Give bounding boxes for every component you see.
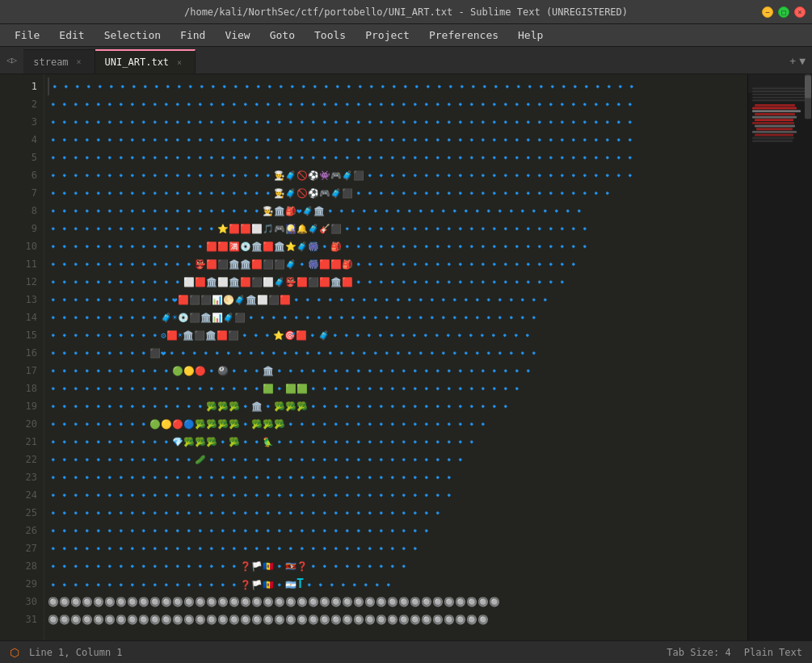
editor-line-28: 🔹🔹🔹🔹🔹🔹🔹🔹🔹🔹🔹🔹🔹🔹🔹🔹🔹❓🏳️🇲🇩🔹🇸🇿❓🔹🔹🔹🔹🔹🔹🔹🔹🔹 (48, 557, 747, 575)
svg-rect-13 (752, 122, 794, 124)
minimize-button[interactable]: − (762, 6, 773, 18)
line-num-3: 3 (0, 113, 37, 131)
line-num-6: 6 (0, 166, 37, 184)
editor-line-23: 🔹🔹🔹🔹🔹🔹🔹🔹🔹🔹🔹🔹🔹🔹🔹🔹🔹🔹🔹🔹🔹🔹🔹🔹🔹🔹🔹🔹🔹🔹🔹🔹🔹🔹🔹🔹 (48, 468, 747, 486)
svg-rect-1 (748, 74, 812, 93)
line-num-10: 10 (0, 237, 37, 255)
tab-uni-art[interactable]: UNI_ART.txt × (95, 49, 196, 73)
editor-area: 1 2 3 4 5 6 7 8 9 10 11 12 13 14 15 16 1… (0, 74, 812, 640)
minimap-content (748, 74, 812, 640)
svg-rect-10 (755, 113, 795, 115)
menu-find[interactable]: Find (172, 27, 213, 43)
sidebar-toggle[interactable]: ◁▷ (0, 46, 23, 73)
close-button[interactable]: × (794, 6, 806, 18)
line-num-31: 31 (0, 611, 37, 628)
editor-line-27: 🔹🔹🔹🔹🔹🔹🔹🔹🔹🔹🔹🔹🔹🔹🔹🔹🔹🔹🔹🔹🔹🔹🔹🔹🔹🔹🔹🔹🔹🔹🔹🔹🔹 (48, 539, 747, 557)
editor-line-7: 🔹🔹🔹🔹🔹🔹🔹🔹🔹🔹🔹🔹🔹🔹🔹🔹🔹🔹🔹🔹👨‍🍳🧳🚫⚽🎮🧳⬛🔹🔹🔹🔹🔹🔹🔹🔹🔹🔹🔹… (48, 184, 747, 202)
menu-file[interactable]: File (6, 27, 48, 43)
line-num-21: 21 (0, 433, 37, 451)
editor-line-31: 🔘🔘🔘🔘🔘🔘🔘🔘🔘🔘🔘🔘🔘🔘🔘🔘🔘🔘🔘🔘🔘🔘🔘🔘🔘🔘🔘🔘🔘🔘🔘🔘🔘🔘🔘🔘🔘🔘🔘 (48, 611, 747, 628)
tab-stream-label: stream (33, 57, 68, 68)
menu-help[interactable]: Help (510, 27, 551, 43)
tab-stream-close[interactable]: × (74, 57, 85, 68)
editor-line-4: 🔹🔹🔹🔹🔹🔹🔹🔹🔹🔹🔹🔹🔹🔹🔹🔹🔹🔹🔹🔹🔹🔹🔹🔹🔹🔹🔹🔹🔹🔹🔹🔹🔹🔹🔹🔹🔹🔹🔹🔹… (48, 131, 747, 149)
svg-rect-4 (752, 94, 809, 95)
minimap-svg (748, 74, 812, 640)
svg-rect-7 (755, 104, 795, 107)
svg-rect-11 (752, 116, 797, 119)
title-bar: /home/kali/NorthSec/ctf/portobello/UNI_A… (0, 0, 812, 24)
status-left: ⬡ Line 1, Column 1 (10, 646, 123, 659)
editor-line-12: 🔹🔹🔹🔹🔹🔹🔹🔹🔹🔹🔹🔹⬜🟥🏛️⬜🏛️🟥⬛⬜🧳👺🟥⬛🟥🏛️🟥🔹🔹🔹🔹🔹🔹🔹🔹🔹🔹… (48, 273, 747, 291)
menu-goto[interactable]: Goto (262, 27, 303, 43)
line-num-18: 18 (0, 380, 37, 397)
line-num-30: 30 (0, 593, 37, 611)
line-num-22: 22 (0, 451, 37, 468)
editor-line-16: 🔹🔹🔹🔹🔹🔹🔹🔹🔹⬛❤️🔹🔹🔹🔹🔹🔹🔹🔹🔹🔹🔹🔹🔹🔹🔹🔹🔹🔹🔹🔹🔹🔹🔹🔹🔹🔹🔹🔹… (48, 344, 747, 362)
editor-line-15: 🔹🔹🔹🔹🔹🔹🔹🔹🔹🔹⚙️🟥☀️🏛️⬛🏛️🟥⬛🔹🔹🔹⭐🎯🟥🔹🧳🔹🔹🔹🔹🔹🔹🔹🔹🔹🔹… (48, 326, 747, 344)
editor-line-6: 🔹🔹🔹🔹🔹🔹🔹🔹🔹🔹🔹🔹🔹🔹🔹🔹🔹🔹🔹🔹👨‍🍳🧳🚫⚽👾🎮🧳⬛🔹🔹🔹🔹🔹🔹🔹🔹🔹🔹… (48, 166, 747, 184)
file-type[interactable]: Plain Text (744, 647, 802, 658)
minimap[interactable] (747, 74, 812, 640)
line-num-25: 25 (0, 504, 37, 522)
menu-project[interactable]: Project (357, 27, 418, 43)
line-num-9: 9 (0, 220, 37, 237)
menu-tools[interactable]: Tools (306, 27, 354, 43)
line-num-2: 2 (0, 95, 37, 113)
new-tab-icon[interactable]: + (789, 55, 796, 67)
svg-rect-5 (752, 97, 809, 99)
svg-rect-2 (752, 88, 809, 90)
svg-rect-16 (752, 131, 797, 133)
status-right: Tab Size: 4 Plain Text (667, 647, 802, 658)
svg-rect-12 (755, 119, 793, 121)
menu-preferences[interactable]: Preferences (421, 27, 507, 43)
tab-uni-art-close[interactable]: × (174, 57, 185, 68)
editor-content[interactable]: 🔹🔹🔹🔹🔹🔹🔹🔹🔹🔹🔹🔹🔹🔹🔹🔹🔹🔹🔹🔹🔹🔹🔹🔹🔹🔹🔹🔹🔹🔹🔹🔹🔹🔹🔹🔹🔹🔹🔹🔹… (44, 74, 747, 640)
sublime-logo: ⬡ (10, 646, 19, 659)
line-num-1: 1 (0, 78, 37, 95)
tab-dropdown-icon[interactable]: ▼ (799, 55, 806, 67)
svg-rect-17 (755, 134, 793, 136)
editor-line-11: 🔹🔹🔹🔹🔹🔹🔹🔹🔹🔹🔹🔹🔹👺🟥⬛🏛️🏛️🟥⬛⬛🧳🔹🎆🟥🟥🎒🔹🔹🔹🔹🔹🔹🔹🔹🔹🔹🔹… (48, 255, 747, 273)
editor-line-25: 🔹🔹🔹🔹🔹🔹🔹🔹🔹🔹🔹🔹🔹🔹🔹🔹🔹🔹🔹🔹🔹🔹🔹🔹🔹🔹🔹🔹🔹🔹🔹🔹🔹🔹🔹 (48, 504, 747, 522)
menu-selection[interactable]: Selection (96, 27, 169, 43)
line-num-29: 29 (0, 575, 37, 593)
line-num-15: 15 (0, 326, 37, 344)
line-num-20: 20 (0, 415, 37, 433)
svg-rect-15 (756, 128, 793, 130)
line-num-16: 16 (0, 344, 37, 362)
line-num-24: 24 (0, 486, 37, 504)
editor-line-18: 🔹🔹🔹🔹🔹🔹🔹🔹🔹🔹🔹🔹🔹🔹🔹🔹🔹🔹🔹🟩🔹🟩🟩🔹🔹🔹🔹🔹🔹🔹🔹🔹🔹🔹🔹🔹🔹🔹🔹🔹… (48, 380, 747, 397)
editor-line-20: 🔹🔹🔹🔹🔹🔹🔹🔹🔹🟢🟡🔴🔵🥦🥦🥦🥦🔹🥦🥦🥦🔹🔹🔹🔹🔹🔹🔹🔹🔹🔹🔹🔹🔹🔹🔹🔹🔹🔹 (48, 415, 747, 433)
line-num-11: 11 (0, 255, 37, 273)
editor-line-5: 🔹🔹🔹🔹🔹🔹🔹🔹🔹🔹🔹🔹🔹🔹🔹🔹🔹🔹🔹🔹🔹🔹🔹🔹🔹🔹🔹🔹🔹🔹🔹🔹🔹🔹🔹🔹🔹🔹🔹🔹… (48, 149, 747, 166)
menu-edit[interactable]: Edit (51, 27, 92, 43)
line-num-12: 12 (0, 273, 37, 291)
line-num-17: 17 (0, 362, 37, 380)
editor-line-14: 🔹🔹🔹🔹🔹🔹🔹🔹🔹🔹🧳☀️💿⬛🏛️📊🧳⬛🔹🔹🔹🔹🔹🔹🔹🔹🔹🔹🔹🔹🔹🔹🔹🔹🔹🔹🔹🔹… (48, 308, 747, 326)
maximize-button[interactable]: □ (778, 6, 789, 18)
line-num-4: 4 (0, 131, 37, 149)
editor-line-29: 🔹🔹🔹🔹🔹🔹🔹🔹🔹🔹🔹🔹🔹🔹🔹🔹🔹❓🏳️🇲🇩🔹🇦🇷T🔹🔹🔹🔹🔹🔹🔹🔹 (48, 575, 747, 593)
svg-rect-0 (748, 74, 812, 640)
svg-rect-3 (752, 90, 809, 92)
tab-size[interactable]: Tab Size: 4 (667, 647, 730, 658)
editor-line-1: 🔹🔹🔹🔹🔹🔹🔹🔹🔹🔹🔹🔹🔹🔹🔹🔹🔹🔹🔹🔹🔹🔹🔹🔹🔹🔹🔹🔹🔹🔹🔹🔹🔹🔹🔹🔹🔹🔹🔹🔹… (48, 78, 747, 95)
editor-line-19: 🔹🔹🔹🔹🔹🔹🔹🔹🔹🔹🔹🔹🔹🔹🥦🥦🥦🔹🏛️🔹🥦🥦🥦🔹🔹🔹🔹🔹🔹🔹🔹🔹🔹🔹🔹🔹🔹🔹🔹… (48, 397, 747, 415)
editor-line-30: 🔘🔘🔘🔘🔘🔘🔘🔘🔘🔘🔘🔘🔘🔘🔘🔘🔘🔘🔘🔘🔘🔘🔘🔘🔘🔘🔘🔘🔘🔘🔘🔘🔘🔘🔘🔘🔘🔘🔘🔘 (48, 593, 747, 611)
tab-actions: + ▼ (783, 47, 812, 74)
menu-view[interactable]: View (217, 27, 258, 43)
editor-line-8: 🔹🔹🔹🔹🔹🔹🔹🔹🔹🔹🔹🔹🔹🔹🔹🔹🔹🔹🔹👨‍🍳🏛️🎒❤️🧳🏛️🔹🔹🔹🔹🔹🔹🔹🔹🔹🔹… (48, 202, 747, 220)
editor-line-17: 🔹🔹🔹🔹🔹🔹🔹🔹🔹🔹🔹🟢🟡🔴🔹🎱🔹🔹🔹🏛️🔹🔹🔹🔹🔹🔹🔹🔹🔹🔹🔹🔹🔹🔹🔹🔹🔹🔹🔹… (48, 362, 747, 380)
editor-line-22: 🔹🔹🔹🔹🔹🔹🔹🔹🔹🔹🔹🔹🔹🥒🔹🔹🔹🔹🔹🔹🔹🔹🔹🔹🔹🔹🔹🔹🔹🔹🔹🔹🔹🔹🔹🔹🔹 (48, 451, 747, 468)
line-num-23: 23 (0, 468, 37, 486)
editor-line-26: 🔹🔹🔹🔹🔹🔹🔹🔹🔹🔹🔹🔹🔹🔹🔹🔹🔹🔹🔹🔹🔹🔹🔹🔹🔹🔹🔹🔹🔹🔹🔹🔹🔹🔹 (48, 522, 747, 539)
svg-rect-8 (752, 107, 797, 110)
line-num-14: 14 (0, 308, 37, 326)
status-bar: ⬡ Line 1, Column 1 Tab Size: 4 Plain Tex… (0, 640, 812, 663)
window-controls: − □ × (762, 6, 806, 18)
editor-line-24: 🔹🔹🔹🔹🔹🔹🔹🔹🔹🔹🔹🔹🔹🔹🔹🔹🔹🔹🔹🔹🔹🔹🔹🔹🔹🔹🔹🔹🔹🔹🔹🔹🔹🔹🔹🔹 (48, 486, 747, 504)
tab-stream[interactable]: stream × (23, 49, 95, 73)
svg-rect-14 (755, 125, 795, 128)
window-title: /home/kali/NorthSec/ctf/portobello/UNI_A… (184, 6, 628, 18)
